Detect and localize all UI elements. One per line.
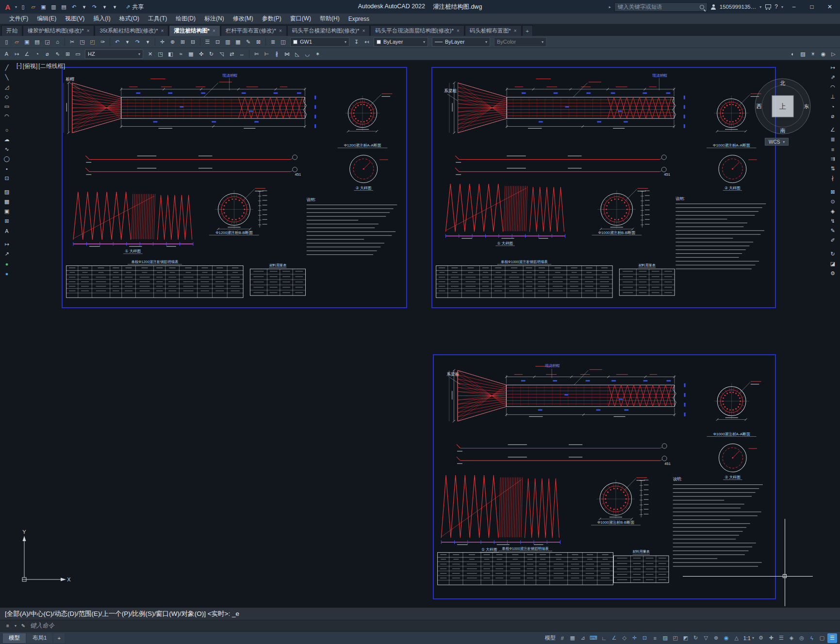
move-icon[interactable]: ✜ bbox=[197, 50, 206, 59]
compass-south[interactable]: 南 bbox=[780, 128, 786, 133]
tab-rubber-fender-close-icon[interactable]: × bbox=[87, 28, 90, 33]
save-quick-icon[interactable]: ▣ bbox=[39, 2, 48, 12]
dynamic-input-toggle[interactable]: ⌨ bbox=[588, 633, 599, 643]
sheet-phi1000-pile-drawing-2[interactable]: 系梁桩现浇桩帽Φ1000灌注桩A-A断面Φ1000灌注桩B-B断面451① 大样… bbox=[433, 354, 776, 599]
dim-space-icon[interactable]: ⇅ bbox=[827, 164, 838, 173]
dim-radius2-icon[interactable]: ◔ bbox=[827, 102, 838, 111]
revision-cloud-tool-icon[interactable]: ☁ bbox=[1, 135, 12, 144]
viewport-controls-menu[interactable]: [-] bbox=[16, 62, 22, 70]
undo-icon[interactable]: ↶ bbox=[113, 37, 122, 47]
account-caret-icon[interactable]: ▾ bbox=[759, 5, 761, 9]
save-as-quick-icon[interactable]: ▥ bbox=[49, 2, 58, 12]
linetype-combo[interactable]: ByLayer▾ bbox=[432, 37, 490, 47]
dim-ordinate-icon[interactable]: ⊥ bbox=[827, 92, 838, 101]
tool-palettes-icon[interactable]: ▥ bbox=[223, 37, 232, 47]
zoom-realtime-icon[interactable]: ⊕ bbox=[168, 37, 177, 47]
polar-tracking-toggle[interactable]: ∠ bbox=[609, 633, 619, 643]
model-tab[interactable]: 模型 bbox=[3, 633, 26, 643]
spline-tool-icon[interactable]: ∿ bbox=[1, 145, 12, 154]
graphics-performance-toggle[interactable]: ϟ bbox=[807, 633, 817, 643]
mtext-tool-icon[interactable]: A bbox=[1, 226, 12, 235]
dim-edit-icon[interactable]: ✎ bbox=[827, 226, 838, 235]
isolate-objects-button[interactable]: ◎ bbox=[797, 633, 807, 643]
make-object-layer-current-icon[interactable]: ↧ bbox=[352, 37, 361, 47]
drawing-canvas[interactable]: [-] [俯视] [二维线框] ╱╲◿◇▭◠○☁∿◯•⊡▨▩▣⊞A↦↗●● ↦⇗… bbox=[0, 60, 840, 607]
color-combo[interactable]: ByLayer▾ bbox=[374, 37, 428, 47]
sheet-phi1000-pile-drawing-1[interactable]: 系梁桩现浇桩帽Φ1000灌注桩A-A断面Φ1000灌注桩B-B断面451① 大样… bbox=[431, 67, 776, 308]
pan-icon[interactable]: ✛ bbox=[158, 37, 167, 47]
tab-beam-close-icon[interactable]: × bbox=[362, 28, 365, 33]
menu-tools[interactable]: 工具(T) bbox=[144, 14, 171, 24]
sheet-set-manager-icon[interactable]: ▦ bbox=[233, 37, 243, 47]
workspace-switching-button[interactable]: ⚙ bbox=[756, 633, 766, 643]
lineweight-toggle[interactable]: ≡ bbox=[650, 633, 660, 643]
tab-pile-cap-close-icon[interactable]: × bbox=[514, 28, 517, 33]
compass-east[interactable]: 东 bbox=[804, 103, 809, 109]
plot-icon[interactable]: ▤ bbox=[33, 37, 42, 47]
redo-icon[interactable]: ↷ bbox=[133, 37, 142, 47]
dim-update-icon[interactable]: ↻ bbox=[827, 249, 838, 259]
scale-icon[interactable]: ◹ bbox=[217, 50, 226, 59]
ucs-icon[interactable]: Y X bbox=[14, 529, 72, 587]
customization-button[interactable]: ☰ bbox=[827, 633, 837, 643]
publish-icon[interactable]: ⌂ bbox=[53, 37, 62, 47]
tab-deck[interactable]: 码头平台现浇面层结构图(修改)*× bbox=[370, 25, 464, 36]
menu-view[interactable]: 视图(V) bbox=[61, 14, 89, 24]
redo-list-caret-icon[interactable]: ▾ bbox=[143, 37, 152, 47]
tab-rubber-fender[interactable]: 橡胶护舷结构图(修改)*× bbox=[23, 25, 94, 36]
undo-list-caret-icon[interactable]: ▾ bbox=[123, 37, 132, 47]
search-input[interactable]: 键入关键字或短语 bbox=[614, 2, 708, 12]
layer-combo[interactable]: GW1▾ bbox=[290, 37, 349, 47]
copy-icon[interactable]: ◳ bbox=[78, 37, 87, 47]
open-file-icon[interactable]: ▱ bbox=[12, 37, 21, 47]
light-icon[interactable]: ☀ bbox=[808, 50, 818, 59]
walk-icon[interactable]: ▷ bbox=[829, 50, 838, 59]
tab-cast-pile[interactable]: 灌注桩结构图*× bbox=[169, 25, 220, 36]
undo-caret-icon[interactable]: ▾ bbox=[80, 2, 89, 12]
circle-tool-icon[interactable]: ○ bbox=[1, 125, 12, 134]
rectangle-tool-icon[interactable]: ▭ bbox=[1, 102, 12, 111]
clean-screen-button[interactable]: ▢ bbox=[817, 633, 827, 643]
match-properties-icon[interactable]: ✑ bbox=[98, 37, 107, 47]
menu-edit[interactable]: 编辑(E) bbox=[33, 14, 61, 24]
explode-icon[interactable]: ✶ bbox=[313, 50, 322, 59]
object-snap-toggle[interactable]: ⊡ bbox=[640, 633, 650, 643]
lock-ui-button[interactable]: ◈ bbox=[787, 633, 796, 643]
tab-deck-close-icon[interactable]: × bbox=[457, 28, 460, 33]
selection-filtering-toggle[interactable]: ▽ bbox=[701, 633, 711, 643]
app-menu-caret-icon[interactable]: ▾ bbox=[15, 5, 17, 9]
quick-dim-icon[interactable]: ≣ bbox=[827, 135, 838, 144]
zoom-previous-icon[interactable]: ⊟ bbox=[188, 37, 198, 47]
osnap-marker-icon[interactable]: ● bbox=[1, 269, 12, 278]
redo-quick-icon[interactable]: ↷ bbox=[90, 2, 99, 12]
undo-quick-icon[interactable]: ↶ bbox=[69, 2, 79, 12]
text-style-combo[interactable]: HZ▾ bbox=[85, 50, 143, 59]
layout1-tab[interactable]: 布局1 bbox=[27, 633, 52, 643]
open-file-quick-icon[interactable]: ▱ bbox=[29, 2, 38, 12]
dimension-tool-icon[interactable]: ↦ bbox=[1, 240, 12, 249]
viewcube-compass[interactable]: 北 南 西 东 上 bbox=[753, 77, 812, 136]
tab-pile-cap[interactable]: 码头桩帽布置图*× bbox=[465, 25, 522, 36]
wcs-dropdown[interactable]: WCS ▾ bbox=[765, 138, 789, 146]
dim-arc-icon[interactable]: ◠ bbox=[827, 83, 838, 92]
menu-modify[interactable]: 修改(M) bbox=[229, 14, 258, 24]
quick-access-menu-caret-icon[interactable]: ▾ bbox=[110, 2, 119, 12]
mirror-icon[interactable]: ◧ bbox=[166, 50, 175, 59]
annotation-visibility-toggle[interactable]: ◉ bbox=[722, 633, 731, 643]
baseline-dim-icon[interactable]: ≡ bbox=[827, 145, 838, 154]
dynamic-ucs-toggle[interactable]: ↻ bbox=[691, 633, 701, 643]
join-icon[interactable]: ⋈ bbox=[282, 50, 292, 59]
layer-properties-icon[interactable]: ≣ bbox=[268, 37, 278, 47]
table-tool-icon[interactable]: ⊞ bbox=[1, 216, 12, 226]
dim-radius-icon[interactable]: ◔ bbox=[33, 50, 42, 59]
maximize-button[interactable]: □ bbox=[805, 1, 819, 12]
isodraft-toggle[interactable]: ◇ bbox=[620, 633, 629, 643]
snap-marker-icon[interactable]: ● bbox=[1, 259, 12, 268]
help-button[interactable]: ? bbox=[774, 3, 778, 10]
new-drawing-tab-button[interactable]: + bbox=[522, 25, 533, 36]
construction-line-tool-icon[interactable]: ╲ bbox=[1, 73, 12, 82]
search-collapse-chevron-icon[interactable]: ▸ bbox=[609, 5, 611, 9]
point-tool-icon[interactable]: • bbox=[1, 164, 12, 173]
menu-parametric[interactable]: 参数(P) bbox=[258, 14, 286, 24]
menu-format[interactable]: 格式(O) bbox=[115, 14, 144, 24]
